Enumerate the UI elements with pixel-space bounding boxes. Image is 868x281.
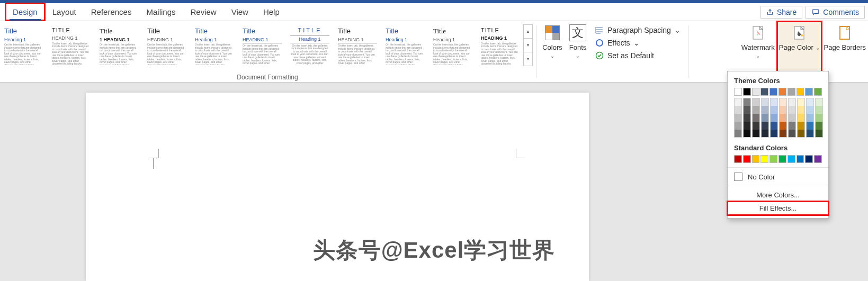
color-swatch[interactable] — [779, 98, 787, 106]
color-swatch[interactable] — [769, 155, 777, 163]
color-swatch[interactable] — [743, 88, 751, 96]
color-swatch[interactable] — [779, 122, 787, 130]
colors-button[interactable]: Colors ⌄ — [540, 21, 565, 82]
color-swatch[interactable] — [734, 106, 742, 114]
color-swatch[interactable] — [779, 106, 787, 114]
color-swatch[interactable] — [814, 88, 822, 96]
color-swatch[interactable] — [734, 98, 742, 106]
color-swatch[interactable] — [752, 88, 760, 96]
color-swatch[interactable] — [797, 130, 805, 138]
color-swatch[interactable] — [734, 130, 742, 138]
color-swatch[interactable] — [761, 106, 769, 114]
color-swatch[interactable] — [761, 122, 769, 130]
color-swatch[interactable] — [788, 122, 796, 130]
color-swatch[interactable] — [806, 106, 814, 114]
set-as-default-button[interactable]: Set as Default — [595, 51, 681, 60]
fonts-button[interactable]: 文 Fonts ⌄ — [565, 21, 590, 82]
share-button[interactable]: Share — [760, 6, 802, 19]
color-swatch[interactable] — [815, 98, 823, 106]
effects-button[interactable]: Effects ⌄ — [595, 38, 681, 48]
gallery-down-button[interactable]: ▼ — [523, 38, 533, 52]
color-swatch[interactable] — [797, 122, 805, 130]
color-swatch[interactable] — [770, 106, 778, 114]
tab-references[interactable]: References — [84, 3, 139, 21]
theme-preset[interactable]: Title1 HEADING 1On the Insert tab, the g… — [96, 24, 142, 66]
color-swatch[interactable] — [815, 114, 823, 122]
color-swatch[interactable] — [761, 98, 769, 106]
color-swatch[interactable] — [752, 122, 760, 130]
color-swatch[interactable] — [815, 130, 823, 138]
theme-preset[interactable]: TitleHEADING 1On the Insert tab, the gal… — [335, 24, 380, 66]
color-swatch[interactable] — [743, 122, 751, 130]
color-swatch[interactable] — [806, 130, 814, 138]
tab-layout[interactable]: Layout — [45, 3, 84, 21]
tab-help[interactable]: Help — [256, 3, 287, 21]
theme-preset[interactable]: TITLEHEADING 1On the Insert tab, the gal… — [49, 24, 94, 66]
color-swatch[interactable] — [770, 130, 778, 138]
color-swatch[interactable] — [752, 98, 760, 106]
color-swatch[interactable] — [770, 98, 778, 106]
color-swatch[interactable] — [752, 106, 760, 114]
color-swatch[interactable] — [797, 114, 805, 122]
color-swatch[interactable] — [814, 155, 822, 163]
color-swatch[interactable] — [752, 155, 760, 163]
theme-preset[interactable]: TitleHeading 1On the Insert tab, the gal… — [382, 24, 428, 66]
paragraph-spacing-button[interactable]: Paragraph Spacing ⌄ — [595, 25, 681, 35]
color-swatch[interactable] — [806, 122, 814, 130]
color-swatch[interactable] — [815, 106, 823, 114]
color-swatch[interactable] — [734, 88, 742, 96]
more-colors-item[interactable]: More Colors... — [728, 188, 828, 202]
color-swatch[interactable] — [743, 114, 751, 122]
no-color-item[interactable]: No Color — [728, 170, 828, 184]
color-swatch[interactable] — [734, 155, 742, 163]
color-swatch[interactable] — [743, 130, 751, 138]
color-swatch[interactable] — [779, 114, 787, 122]
theme-preset[interactable]: TitleHEADING 1On the Insert tab, the gal… — [239, 24, 285, 66]
theme-preset[interactable]: TITLEHeading 1On the Insert tab, the gal… — [287, 24, 333, 66]
color-swatch[interactable] — [806, 98, 814, 106]
color-swatch[interactable] — [788, 98, 796, 106]
comments-button[interactable]: Comments — [806, 6, 865, 19]
theme-preset[interactable]: TitleHEADING 1On the Insert tab, the gal… — [144, 24, 190, 66]
color-swatch[interactable] — [797, 98, 805, 106]
theme-preset[interactable]: TITLEHEADING 1On the Insert tab, the gal… — [478, 24, 523, 66]
color-swatch[interactable] — [770, 114, 778, 122]
color-swatch[interactable] — [734, 122, 742, 130]
color-swatch[interactable] — [797, 88, 804, 96]
color-swatch[interactable] — [779, 130, 787, 138]
color-swatch[interactable] — [788, 106, 796, 114]
color-swatch[interactable] — [778, 155, 786, 163]
color-swatch[interactable] — [743, 106, 751, 114]
gallery-more-button[interactable]: ▾ — [523, 52, 533, 66]
theme-preset[interactable]: TitleHeading 1On the Insert tab, the gal… — [430, 24, 476, 66]
color-swatch[interactable] — [788, 114, 796, 122]
fill-effects-item[interactable]: Fill Effects... — [728, 202, 828, 215]
color-swatch[interactable] — [797, 106, 805, 114]
color-swatch[interactable] — [805, 88, 813, 96]
color-swatch[interactable] — [806, 114, 814, 122]
color-swatch[interactable] — [761, 130, 769, 138]
color-swatch[interactable] — [770, 122, 778, 130]
theme-preset[interactable]: TitleHeading 1On the Insert tab, the gal… — [1, 24, 47, 66]
color-swatch[interactable] — [805, 155, 813, 163]
color-swatch[interactable] — [743, 155, 751, 163]
theme-preset[interactable]: TitleHeading 1On the Insert tab, the gal… — [192, 24, 237, 66]
tab-review[interactable]: Review — [183, 3, 224, 21]
color-swatch[interactable] — [769, 88, 777, 96]
gallery-up-button[interactable]: ▲ — [523, 24, 533, 39]
color-swatch[interactable] — [752, 114, 760, 122]
color-swatch[interactable] — [752, 130, 760, 138]
color-swatch[interactable] — [760, 155, 768, 163]
tab-view[interactable]: View — [224, 3, 256, 21]
color-swatch[interactable] — [788, 155, 795, 163]
tab-mailings[interactable]: Mailings — [139, 3, 183, 21]
color-swatch[interactable] — [815, 122, 823, 130]
color-swatch[interactable] — [761, 114, 769, 122]
color-swatch[interactable] — [788, 130, 796, 138]
color-swatch[interactable] — [797, 155, 804, 163]
color-swatch[interactable] — [778, 88, 786, 96]
color-swatch[interactable] — [760, 88, 768, 96]
color-swatch[interactable] — [788, 88, 795, 96]
color-swatch[interactable] — [743, 98, 751, 106]
tab-design[interactable]: Design — [5, 3, 45, 21]
